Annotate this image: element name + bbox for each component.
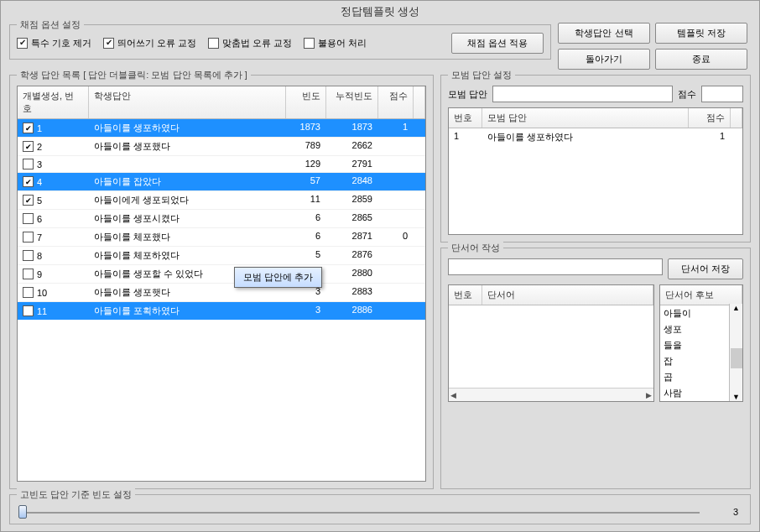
list-item[interactable]: 곱: [660, 369, 729, 385]
clue-group-title: 단서어 작성: [448, 242, 503, 254]
table-row[interactable]: 8아들이를 체포하였다52876: [18, 247, 425, 265]
table-row[interactable]: 5아들이에게 생포되었다112859: [18, 191, 425, 210]
context-menu[interactable]: 모범 답안에 추가: [234, 267, 322, 288]
apply-options-button[interactable]: 채점 옵션 적용: [451, 33, 544, 54]
table-row[interactable]: 6아들이를 생포시켰다62865: [18, 210, 425, 228]
table-row[interactable]: 1아들이를 생포하였다1: [449, 128, 742, 146]
select-student-button[interactable]: 학생답안 선택: [558, 23, 650, 44]
list-item[interactable]: 사람: [660, 385, 729, 401]
model-group-title: 모범 답안 설정: [448, 69, 515, 81]
student-list-title: 학생 답안 목록 [ 답안 더블클릭: 모범 답안 목록에 추가 ]: [17, 69, 251, 81]
table-row[interactable]: 4아들이를 잡았다572848: [18, 173, 425, 191]
slider-title: 고빈도 답안 기준 빈도 설정: [17, 488, 135, 501]
model-answer-input[interactable]: [492, 86, 673, 102]
save-clue-button[interactable]: 단서어 저장: [668, 258, 743, 279]
model-score-input[interactable]: [701, 86, 743, 102]
model-score-label: 점수: [678, 88, 696, 101]
hscrollbar[interactable]: ◀▶: [449, 388, 653, 401]
options-group: 채점 옵션 설정 특수 기호 제거띄어쓰기 오류 교정맞춤법 오류 교정불용어 …: [9, 24, 551, 60]
table-row[interactable]: 7아들이를 체포했다628710: [18, 228, 425, 247]
model-answer-label: 모범 답안: [448, 88, 487, 101]
table-row[interactable]: 10아들이를 생포햇다32883: [18, 284, 425, 302]
table-row[interactable]: 2아들이를 생포했다7892662: [18, 138, 425, 156]
list-item[interactable]: 잡: [660, 353, 729, 369]
student-list-group: 학생 답안 목록 [ 답안 더블클릭: 모범 답안 목록에 추가 ] 개별생성,…: [9, 75, 434, 489]
save-template-button[interactable]: 템플릿 저장: [655, 23, 747, 44]
model-table-header: 번호 모범 답안 점수: [449, 108, 742, 128]
option-checkbox[interactable]: 띄어쓰기 오류 교정: [103, 37, 196, 50]
option-checkbox[interactable]: 맞춤법 오류 교정: [208, 37, 292, 50]
list-item[interactable]: 생포: [660, 321, 729, 337]
list-item[interactable]: 아들이: [660, 305, 729, 321]
clue-input[interactable]: [448, 258, 663, 275]
model-answer-group: 모범 답안 설정 모범 답안 점수 번호 모범 답안 점수 1아들이를 생포하였…: [440, 75, 751, 243]
student-list-header: 개별생성, 번호 학생답안 빈도 누적빈도 점수: [18, 86, 425, 119]
table-row[interactable]: 9아들이를 생포할 수 있었다42880: [18, 265, 425, 284]
exit-button[interactable]: 종료: [655, 49, 747, 70]
table-row[interactable]: 11아들이를 포획하였다32886: [18, 302, 425, 320]
slider-group: 고빈도 답안 기준 빈도 설정 3: [9, 494, 751, 524]
clue-group: 단서어 작성 단서어 저장 번호 단서어 ◀▶ 단서어: [440, 248, 751, 489]
window-title: 정답템플릿 생성: [1, 1, 759, 24]
vscrollbar[interactable]: ▲▼: [729, 304, 742, 401]
table-row[interactable]: 1아들이를 생포하였다187318731: [18, 119, 425, 138]
candidate-table[interactable]: 단서어 후보 아들이생포들을잡곱사람반달추적 ▲▼: [659, 284, 743, 402]
freq-slider[interactable]: [18, 510, 700, 514]
slider-value: 3: [708, 507, 742, 517]
option-checkbox[interactable]: 특수 기호 제거: [17, 37, 91, 50]
table-row[interactable]: 31292791: [18, 156, 425, 173]
options-group-title: 채점 옵션 설정: [17, 18, 84, 31]
list-item[interactable]: 들을: [660, 337, 729, 353]
clue-table[interactable]: 번호 단서어 ◀▶: [448, 284, 654, 402]
go-back-button[interactable]: 돌아가기: [558, 49, 650, 70]
option-checkbox[interactable]: 불용어 처리: [304, 37, 367, 50]
